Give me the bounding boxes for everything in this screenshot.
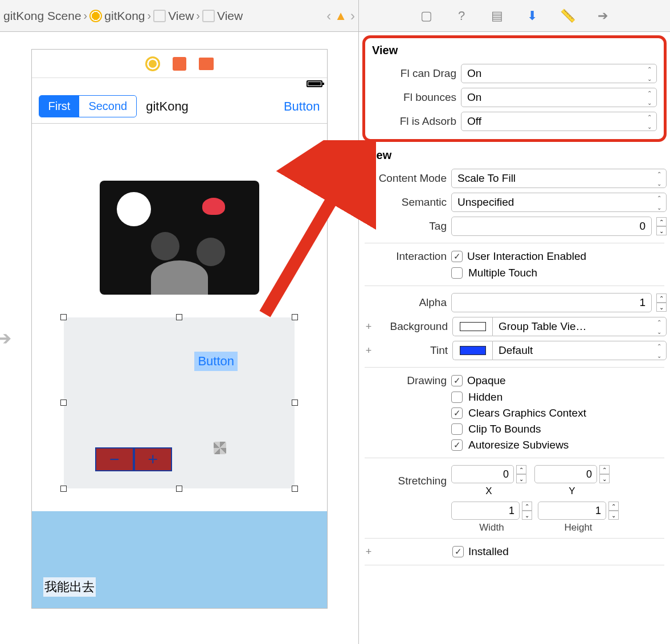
clears-text: Clears Graphics Context [468, 407, 586, 419]
add-tint-icon[interactable]: + [362, 345, 375, 357]
size-inspector-icon[interactable]: 📏 [559, 8, 575, 24]
alpha-stepper[interactable]: ⌃⌄ [656, 294, 667, 312]
help-inspector-icon[interactable]: ? [454, 8, 469, 24]
status-bar [32, 78, 327, 89]
background-select[interactable]: Group Table Vie… [492, 317, 667, 336]
chevron-right-icon: › [148, 9, 152, 22]
crumb-view1[interactable]: View [153, 9, 194, 23]
content-mode-select[interactable]: Scale To Fill [451, 169, 667, 188]
selected-view[interactable]: Button − + [64, 317, 295, 488]
tag-input[interactable]: 0 [451, 217, 652, 236]
connections-inspector-icon[interactable]: ➔ [595, 8, 611, 24]
semantic-label: Semantic [362, 196, 447, 209]
hidden-text: Hidden [468, 391, 502, 403]
crumb-scene[interactable]: gitKong Scene [3, 9, 81, 23]
multiple-touch-checkbox[interactable] [451, 267, 463, 279]
resize-handle[interactable] [292, 486, 298, 492]
identity-inspector-icon[interactable]: ▤ [489, 8, 505, 24]
resize-handle[interactable] [176, 314, 182, 320]
fl-bounces-select[interactable]: On [461, 88, 657, 107]
resize-handle[interactable] [176, 486, 182, 492]
autoresize-text: Autoresize Subviews [468, 439, 569, 451]
stretch-w-stepper[interactable]: ⌃⌄ [522, 502, 532, 520]
crumb-label: View [168, 9, 194, 23]
viewcontroller-icon [89, 10, 102, 22]
clip-checkbox[interactable] [451, 423, 463, 435]
custom-properties-highlight: View Fl can Drag On Fl bounces On Fl is … [362, 35, 667, 142]
alpha-label: Alpha [362, 296, 447, 309]
warning-icon[interactable]: ▲ [334, 9, 347, 23]
crumb-label: gitKong Scene [3, 9, 81, 23]
stretch-x-input[interactable]: 0 [451, 465, 514, 483]
stretch-h-stepper[interactable]: ⌃⌄ [608, 502, 619, 520]
crumb-label: View [217, 9, 243, 23]
breadcrumb[interactable]: gitKong Scene › gitKong › View › View ‹ … [0, 0, 358, 32]
stretch-w-cap: Width [479, 522, 504, 533]
segment-second[interactable]: Second [79, 96, 136, 117]
opaque-checkbox[interactable] [451, 375, 463, 386]
stretch-y-stepper[interactable]: ⌃⌄ [599, 465, 610, 483]
chevron-right-icon: › [196, 9, 200, 22]
nav-back-icon[interactable]: ‹ [326, 8, 331, 24]
tint-swatch[interactable] [452, 341, 492, 360]
fl-can-drag-label: Fl can Drag [372, 67, 456, 80]
document-outline-toggle[interactable]: ➔ [0, 327, 11, 349]
inspector-tabs[interactable]: ▢ ? ▤ ⬇ 📏 ➔ [359, 0, 670, 32]
resize-handle[interactable] [60, 400, 67, 406]
background-swatch[interactable] [452, 317, 492, 336]
tint-label: Tint [379, 344, 448, 357]
segment-first[interactable]: First [39, 96, 80, 117]
stretch-h-cap: Height [564, 522, 592, 533]
stretch-x-cap: X [485, 486, 492, 497]
tag-stepper[interactable]: ⌃⌄ [656, 217, 667, 235]
fl-bounces-label: Fl bounces [372, 91, 456, 104]
clears-checkbox[interactable] [451, 407, 463, 419]
stepper-plus[interactable]: + [134, 447, 173, 471]
resize-handle[interactable] [60, 314, 67, 320]
canvas-phone[interactable]: First Second gitKong Button [31, 49, 328, 609]
user-interaction-checkbox[interactable] [451, 251, 463, 262]
exit-icon[interactable] [199, 58, 214, 70]
tint-select[interactable]: Default [492, 341, 667, 360]
embed-icon[interactable] [173, 57, 186, 71]
crumb-view2[interactable]: View [202, 9, 243, 23]
fl-adsorb-select[interactable]: Off [461, 112, 657, 131]
simulated-metrics-icon[interactable] [145, 56, 160, 71]
ui-button[interactable]: Button [194, 352, 238, 371]
stretch-y-input[interactable]: 0 [534, 465, 597, 483]
fl-adsorb-label: Fl is Adsorb [372, 115, 456, 128]
autoresize-checkbox[interactable] [451, 439, 463, 451]
image-view-gorilla [100, 181, 259, 295]
section-title: View [369, 40, 660, 62]
add-installed-icon[interactable]: + [362, 546, 375, 558]
stretch-w-input[interactable]: 1 [451, 502, 520, 520]
ui-stepper[interactable]: − + [95, 447, 172, 471]
installed-checkbox[interactable] [452, 546, 464, 557]
stepper-minus[interactable]: − [95, 447, 134, 471]
resize-handle[interactable] [292, 400, 298, 406]
nav-bar-button[interactable]: Button [284, 99, 320, 114]
nav-forward-icon[interactable]: › [350, 8, 355, 24]
stretch-x-stepper[interactable]: ⌃⌄ [516, 465, 526, 483]
resize-handle[interactable] [292, 314, 298, 320]
attributes-inspector-icon[interactable]: ⬇ [524, 8, 540, 24]
chevron-right-icon: › [84, 9, 88, 22]
section-title: View [359, 145, 670, 166]
resize-handle[interactable] [60, 486, 67, 492]
segmented-control[interactable]: First Second [39, 95, 137, 117]
view-icon [153, 10, 166, 22]
battery-icon [307, 80, 322, 87]
alpha-input[interactable]: 1 [451, 293, 652, 312]
user-interaction-text: User Interaction Enabled [467, 250, 586, 263]
drawing-label: Drawing [362, 374, 447, 387]
multiple-touch-text: Multiple Touch [468, 267, 537, 279]
fl-can-drag-select[interactable]: On [461, 64, 657, 83]
opaque-text: Opaque [467, 374, 506, 387]
crumb-vc[interactable]: gitKong [89, 9, 145, 23]
add-background-icon[interactable]: + [362, 321, 375, 333]
hidden-checkbox[interactable] [451, 392, 463, 403]
stretch-h-input[interactable]: 1 [538, 502, 606, 520]
file-inspector-icon[interactable]: ▢ [418, 8, 434, 24]
clip-text: Clip To Bounds [468, 423, 541, 435]
semantic-select[interactable]: Unspecified [451, 193, 667, 212]
